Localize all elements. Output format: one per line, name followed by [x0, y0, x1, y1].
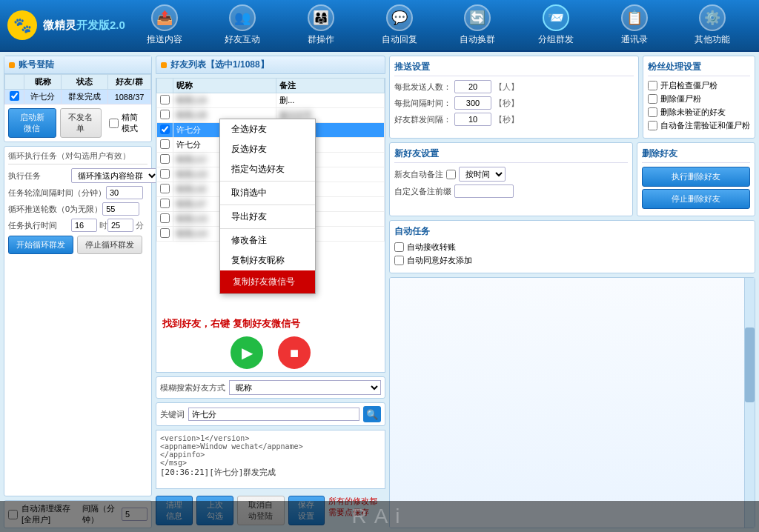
- slim-mode-label: 精简模式: [122, 112, 144, 134]
- cancel-login-button[interactable]: 取消自动登陆: [237, 496, 285, 525]
- new-friend-note-cb[interactable]: [446, 170, 456, 179]
- middle-panel: 好友列表【选中1/1088】 昵称 备注 联系人A: [156, 56, 385, 528]
- nav-group-send[interactable]: 📨 分组群发: [530, 1, 582, 50]
- cycle-rounds-input[interactable]: [102, 202, 139, 216]
- new-friend-prefix-input[interactable]: [454, 184, 514, 198]
- account-check[interactable]: [5, 90, 24, 104]
- last-check-button[interactable]: 上次勾选: [196, 496, 233, 525]
- col-friends: 好友/群: [108, 75, 151, 90]
- search-button[interactable]: 🔍: [363, 406, 381, 422]
- friend-checkbox[interactable]: [160, 169, 170, 179]
- left-panel: 账号登陆 昵称 状态 好友/群 许七分 群发完成 1088/37: [4, 56, 152, 528]
- auto-clean-checkbox[interactable]: [8, 510, 18, 519]
- menu-invert-select[interactable]: 反选好友: [220, 139, 315, 159]
- auto-task-section: 自动任务 自动接收转账 自动同意好友添加: [389, 220, 755, 273]
- auto-clean-value[interactable]: [122, 508, 148, 521]
- friend-checkbox[interactable]: [160, 154, 170, 164]
- friend-table-wrapper[interactable]: 昵称 备注 联系人A 删... 联系人B 备注文字: [156, 78, 385, 315]
- new-friend-section: 新好友设置 新友自动备注 按时间 自定义备注前缀: [389, 142, 633, 216]
- menu-copy-wechat-id[interactable]: 复制好友微信号: [220, 270, 315, 293]
- friend-list-container: 昵称 备注 联系人A 删... 联系人B 备注文字: [156, 78, 385, 373]
- search-type-select[interactable]: 昵称: [229, 380, 381, 395]
- exec-time-hour-input[interactable]: [71, 219, 97, 232]
- stop-send-icon: ■: [278, 336, 311, 369]
- nav-friend[interactable]: 👥 好友互动: [216, 1, 268, 50]
- fan-cb-2[interactable]: [648, 94, 657, 104]
- menu-cancel-select[interactable]: 取消选中: [220, 183, 315, 203]
- push-count-label: 每批发送人数：: [394, 82, 451, 93]
- friend-checkbox[interactable]: [160, 199, 170, 208]
- interval-input[interactable]: [106, 186, 143, 199]
- no-list-button[interactable]: 不发名单: [60, 108, 102, 138]
- nav-contacts[interactable]: 📋 通讯录: [609, 1, 660, 50]
- scrollbar-thumb[interactable]: [745, 327, 755, 402]
- nav-auto-reply[interactable]: 💬 自动回复: [374, 1, 425, 50]
- friend-note: 删...: [276, 93, 385, 108]
- new-friend-note-select[interactable]: 按时间: [459, 167, 506, 182]
- auto-clean-label: 自动清理缓存[全用户]: [21, 503, 79, 525]
- nav-push-label: 推送内容: [147, 33, 182, 46]
- save-hint: 所有的修改都需要点保存: [328, 496, 385, 525]
- nav-auto-follow[interactable]: 🔄 自动换群: [451, 1, 503, 50]
- fan-item-3: 删除未验证的好友: [648, 107, 750, 118]
- log-line-4: </msg>: [160, 459, 381, 467]
- bottom-action-row: 清理信息 上次勾选 取消自动登陆 保存设置 所有的修改都需要点保存: [156, 493, 385, 528]
- push-count-input[interactable]: [454, 80, 491, 93]
- auto-clean-section: 自动清理缓存[全用户] 间隔（分钟）: [4, 500, 152, 528]
- interval-row: 任务轮流间隔时间（分钟）: [8, 186, 148, 199]
- push-friend-interval-input[interactable]: [454, 113, 491, 126]
- other-icon: ⚙️: [699, 4, 726, 31]
- auto-task-cb-1[interactable]: [394, 242, 404, 252]
- push-count-row: 每批发送人数： 【人】: [394, 80, 634, 93]
- exec-delete-button[interactable]: 执行删除好友: [642, 167, 750, 187]
- auto-task-cb-2[interactable]: [394, 256, 404, 265]
- stop-send-button[interactable]: ■ 停止群发: [278, 336, 311, 373]
- menu-select-all[interactable]: 全选好友: [220, 119, 315, 139]
- auto-reply-icon: 💬: [386, 4, 413, 31]
- friend-checkbox[interactable]: [160, 110, 170, 119]
- friend-checkbox[interactable]: [160, 213, 170, 223]
- push-interval-input[interactable]: [454, 96, 491, 110]
- nav-bar: 📤 推送内容 👥 好友互动 👨‍👩‍👧 群操作 💬 自动回复 🔄 自动换群 📨 …: [125, 1, 752, 50]
- task-select[interactable]: 循环推送内容给群: [71, 168, 159, 183]
- top-navigation: 🐾 微精灵开发版2.0 📤 推送内容 👥 好友互动 👨‍👩‍👧 群操作 💬 自动…: [0, 0, 759, 52]
- menu-edit-note[interactable]: 修改备注: [220, 230, 315, 250]
- nav-other[interactable]: ⚙️ 其他功能: [686, 1, 738, 50]
- nav-group[interactable]: 👨‍👩‍👧 群操作: [295, 1, 347, 50]
- exec-time-min-input[interactable]: [107, 219, 133, 232]
- fan-cb-4[interactable]: [648, 121, 657, 130]
- account-row[interactable]: 许七分 群发完成 1088/37: [5, 90, 151, 104]
- app-logo: 🐾 微精灵开发版2.0: [7, 10, 125, 40]
- fan-item-4: 自动备注需验证和僵尸粉: [648, 120, 750, 131]
- stop-delete-button[interactable]: 停止删除好友: [642, 189, 750, 209]
- keyword-input[interactable]: [188, 408, 359, 421]
- menu-export[interactable]: 导出好友: [220, 207, 315, 227]
- friend-checkbox[interactable]: [160, 139, 170, 149]
- friend-checkbox[interactable]: [160, 184, 170, 193]
- stop-cycle-button[interactable]: 停止循环群发: [77, 236, 142, 254]
- friend-checkbox[interactable]: [160, 95, 170, 104]
- auto-clean-interval-label: 间隔（分钟）: [82, 503, 118, 525]
- friend-checkbox[interactable]: [160, 228, 170, 238]
- single-send-button[interactable]: ▶ 单次群发: [231, 336, 263, 373]
- push-friend-interval-unit: 【秒】: [494, 114, 519, 125]
- menu-copy-nickname[interactable]: 复制好友昵称: [220, 250, 315, 270]
- nav-push[interactable]: 📤 推送内容: [139, 1, 190, 50]
- new-friend-prefix-label: 自定义备注前缀: [394, 186, 451, 197]
- menu-specify-select[interactable]: 指定勾选好友: [220, 159, 315, 179]
- friend-checkbox[interactable]: [160, 124, 170, 134]
- clear-info-button[interactable]: 清理信息: [156, 496, 193, 525]
- start-cycle-button[interactable]: 开始循环群发: [8, 236, 73, 254]
- fan-cb-3[interactable]: [648, 107, 657, 117]
- single-send-label: 单次群发: [231, 371, 263, 373]
- fan-cb-1[interactable]: [648, 81, 657, 90]
- save-settings-button[interactable]: 保存设置: [288, 496, 325, 525]
- account-name: 许七分: [24, 90, 62, 104]
- friend-row[interactable]: 联系人A 删...: [157, 93, 385, 108]
- slim-mode-checkbox[interactable]: [109, 119, 119, 128]
- auto-task-item-1: 自动接收转账: [394, 242, 750, 253]
- scrollbar[interactable]: [744, 278, 755, 528]
- search-label: 模糊搜索好友方式: [160, 382, 225, 393]
- push-interval-unit: 【秒】: [494, 98, 519, 109]
- start-wechat-button[interactable]: 启动新微信: [8, 108, 56, 138]
